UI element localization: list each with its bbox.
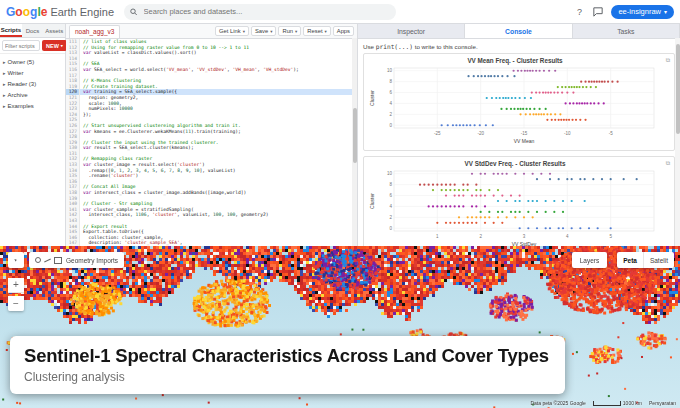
tree-item-writer[interactable]: ▸Writer	[0, 67, 65, 78]
expand-chart-icon[interactable]: ⧉	[662, 160, 670, 167]
button-label: Reset	[307, 28, 322, 34]
console-hint-text: Use print(...) to write to this console.	[363, 43, 478, 50]
code-editor[interactable]: 111// list of class values112// Using fo…	[66, 39, 357, 246]
map-type-button-map[interactable]: Peta	[617, 252, 643, 268]
tab-tasks[interactable]: Tasks	[573, 24, 680, 38]
code-text: var result = SEA_select.cluster(kmeans);	[80, 145, 194, 151]
button-label: Get Link	[219, 28, 241, 34]
google-earth-engine-logo[interactable]: Google Earth Engine	[6, 5, 114, 19]
caption-overlay: Sentinel-1 Spectral Characteristics Acro…	[10, 336, 565, 394]
editor-scrollbar[interactable]	[352, 38, 357, 246]
svg-text:2: 2	[479, 234, 482, 239]
chevron-down-icon: ▾	[664, 8, 667, 15]
tab-inspector[interactable]: Inspector	[358, 24, 465, 38]
tab-console[interactable]: Console	[465, 24, 572, 38]
tab-assets[interactable]: Assets	[43, 24, 65, 37]
tree-item-examples[interactable]: ▸Examples	[0, 100, 65, 111]
svg-text:4: 4	[389, 101, 392, 106]
apps-button[interactable]: Apps	[333, 26, 354, 36]
tree-item-owner-5-[interactable]: ▸Owner (5)	[0, 56, 65, 67]
svg-text:4: 4	[389, 204, 392, 209]
disclosure-icon[interactable]: ▸	[3, 92, 6, 98]
svg-text:Cluster: Cluster	[369, 90, 375, 106]
map-region: Geometry Imports + − Layers Peta Satelit…	[0, 246, 680, 408]
disclosure-icon[interactable]: ▸	[3, 59, 6, 65]
help-icon[interactable]: ?	[573, 6, 585, 18]
button-label: Apps	[337, 28, 350, 34]
scripts-panel: ScriptsDocsAssets NEW ▾ ▸Owner (5)▸Write…	[0, 24, 66, 246]
editor-buttons: Get Link▾Save▾Run▾Reset▾Apps	[215, 26, 354, 36]
chevron-down-icon: ▾	[295, 29, 297, 34]
search-icon	[130, 8, 138, 16]
button-label: Run	[282, 28, 293, 34]
disclosure-icon[interactable]: ▸	[3, 70, 6, 76]
disclosure-icon[interactable]: ▸	[3, 81, 6, 87]
map-attribution: Data peta ©2025 Google	[530, 400, 585, 406]
polygon-tool-icon[interactable]	[54, 257, 62, 264]
svg-text:6: 6	[389, 193, 392, 198]
svg-text:0: 0	[389, 123, 392, 128]
tree-item-reader-3-[interactable]: ▸Reader (3)	[0, 78, 65, 89]
console-panel: InspectorConsoleTasks Use print(...) to …	[358, 24, 680, 246]
geometry-shape-icons	[35, 257, 62, 264]
terms-link[interactable]: Persyaratan	[649, 400, 676, 406]
chevron-down-icon: ▾	[325, 29, 327, 34]
reset-button[interactable]: Reset▾	[303, 26, 330, 36]
console-scrollbar[interactable]	[675, 38, 680, 246]
tab-scripts[interactable]: Scripts	[0, 24, 22, 37]
chevron-down-icon: ▾	[61, 43, 63, 48]
get-link-button[interactable]: Get Link▾	[215, 26, 249, 36]
zoom-control: + −	[8, 274, 24, 311]
disclosure-icon[interactable]: ▸	[3, 103, 6, 109]
tree-item-archive[interactable]: ▸Archive	[0, 89, 65, 100]
run-button[interactable]: Run▾	[278, 26, 301, 36]
earth-engine-app: Google Earth Engine ? ee-insignraw ▾ Scr…	[0, 0, 680, 408]
svg-text:8: 8	[389, 79, 392, 84]
map-type-controls: Layers Peta Satelit	[572, 252, 674, 268]
svg-text:5: 5	[609, 234, 612, 239]
save-button[interactable]: Save▾	[251, 26, 276, 36]
feedback-icon[interactable]	[592, 6, 604, 18]
scale-label: 1000 km	[623, 400, 642, 406]
caption-subtitle: Clustering analysis	[24, 370, 549, 384]
file-tab[interactable]: noah_agg_v3	[69, 25, 120, 38]
new-script-button[interactable]: NEW ▾	[42, 40, 67, 51]
map-attribution-bar: Data peta ©2025 Google 1000 km Persyarat…	[530, 400, 676, 406]
chart-title: VV StdDev Freq. - Cluster Results	[368, 160, 662, 167]
svg-text:1: 1	[436, 234, 439, 239]
svg-text:3: 3	[523, 234, 526, 239]
map-type-button-satellite[interactable]: Satelit	[643, 252, 674, 268]
point-tool-icon[interactable]	[35, 257, 41, 263]
caption-title: Sentinel-1 Spectral Characteristics Acro…	[24, 345, 549, 367]
svg-text:VV Mean: VV Mean	[514, 138, 535, 144]
svg-text:-25: -25	[434, 131, 441, 136]
svg-text:6: 6	[389, 90, 392, 95]
scrollbar-thumb[interactable]	[353, 108, 357, 163]
search-input[interactable]	[142, 6, 390, 17]
map-drawing-tools: Geometry Imports	[8, 252, 124, 268]
code-text: var SEA_select = world.select('VV_mean',…	[80, 67, 299, 73]
layers-button[interactable]: Layers	[572, 252, 608, 268]
scale-bar: 1000 km	[593, 400, 642, 406]
filter-scripts-input[interactable]	[2, 40, 40, 51]
zoom-in-button[interactable]: +	[8, 278, 24, 293]
new-button-label: NEW	[46, 43, 59, 49]
script-filter-row: NEW ▾	[0, 38, 65, 54]
search-box[interactable]	[124, 4, 396, 20]
zoom-out-button[interactable]: −	[8, 296, 24, 311]
scrollbar-thumb[interactable]	[676, 44, 680, 134]
chevron-down-icon: ▾	[243, 29, 245, 34]
line-tool-icon[interactable]	[44, 258, 51, 262]
console-charts: VV Mean Freq. - Cluster Results⧉-25-20-1…	[362, 53, 676, 246]
scatter-plot: 123450246810VV StdDevCluster	[368, 168, 662, 246]
svg-text:10: 10	[387, 171, 393, 176]
svg-text:-10: -10	[564, 131, 571, 136]
pan-tool-button[interactable]	[8, 252, 24, 268]
tab-docs[interactable]: Docs	[22, 24, 44, 37]
profile-button[interactable]: ee-insignraw ▾	[611, 5, 674, 19]
tree-item-label: Reader (3)	[8, 81, 37, 87]
svg-text:2: 2	[389, 215, 392, 220]
geometry-imports-button[interactable]: Geometry Imports	[29, 252, 124, 268]
code-text: var kmeans = ee.Clusterer.wekaKMeans(11)…	[80, 129, 241, 135]
expand-chart-icon[interactable]: ⧉	[662, 57, 670, 64]
